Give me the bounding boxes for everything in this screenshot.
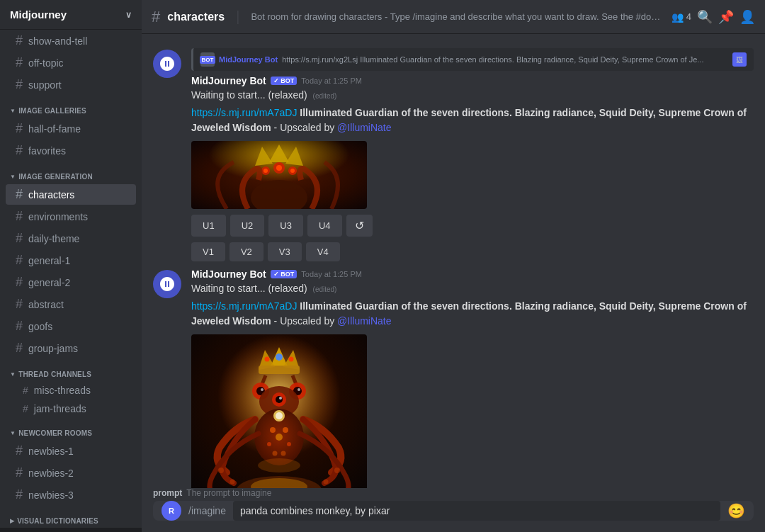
hash-icon: # [16,187,23,202]
sidebar-item-off-topic[interactable]: # off-topic [6,52,136,73]
input-box: R /imagine 😊 [153,501,754,521]
section-thread-channels[interactable]: ▼ THREAD CHANNELS [0,359,142,381]
command-prefix: /imagine [188,505,226,516]
svg-point-41 [273,451,278,456]
sidebar-item-newbies-1[interactable]: # newbies-1 [6,441,136,461]
sidebar-item-hall-of-fame[interactable]: # hall-of-fame [6,118,136,139]
mention-line: BOT MidJourney Bot https://s.mj.run/xg2L… [191,48,754,71]
sidebar-item-jam-threads[interactable]: # jam-threads [6,400,136,417]
sidebar-item-newbies-3[interactable]: # newbies-3 [6,485,136,505]
u4-button[interactable]: U4 [307,215,342,237]
ref-bot-icon: BOT [200,52,215,67]
channel-label: newbies-2 [28,468,74,479]
channel-label: general-1 [28,255,70,266]
ref-author: MidJourney Bot [219,55,278,64]
message-group-2: MidJourney Bot ✓ BOT Today at 1:25 PM Wa… [142,266,765,488]
channel-label: jam-threads [34,403,86,414]
sidebar-item-characters[interactable]: # characters [6,184,136,205]
channel-label: show-and-tell [28,35,87,47]
hash-icon: # [16,465,23,480]
pin-icon[interactable]: 📌 [718,9,734,25]
channel-label: abstract [28,299,64,310]
channel-label: support [28,79,62,91]
topbar: # characters | Bot room for drawing char… [142,0,765,34]
v2-button[interactable]: V2 [230,242,264,261]
sidebar-item-abstract[interactable]: # abstract [6,294,136,315]
message-author: MidJourney Bot [191,75,266,86]
avatar [153,50,181,78]
upscale-mention: @IllumiNate [337,122,391,133]
message-waiting-2: Waiting to start... (relaxed) (edited) [191,281,754,296]
upscale-buttons: U1 U2 U3 U4 ↺ [191,215,754,237]
sidebar-item-favorites[interactable]: # favorites [6,140,136,161]
sidebar-item-goofs[interactable]: # goofs [6,316,136,336]
svg-point-43 [218,468,224,473]
avatar [153,270,181,298]
upscale-by-2: - Upscaled by [274,315,337,327]
section-visual-dict[interactable]: ▶ VISUAL DICTIONARIES [0,506,142,528]
hash-icon: # [16,253,23,268]
section-newcomer-rooms[interactable]: ▼ NEWCOMER ROOMS [0,418,142,440]
u3-button[interactable]: U3 [268,215,303,237]
svg-rect-19 [259,366,300,374]
sidebar-item-group-jams[interactable]: # group-jams [6,338,136,358]
section-image-generation[interactable]: ▼ IMAGE GENERATION [0,162,142,183]
channel-description: Bot room for drawing characters - Type /… [251,11,664,22]
sidebar-item-general-2[interactable]: # general-2 [6,272,136,293]
message-time-2: Today at 1:25 PM [301,270,362,278]
message-content: BOT MidJourney Bot https://s.mj.run/xg2L… [191,48,754,261]
channel-label: off-topic [28,57,64,69]
search-icon[interactable]: 🔍 [697,9,713,25]
u2-button[interactable]: U2 [230,215,265,237]
hash-icon: # [16,121,23,136]
topbar-separator: | [236,9,239,25]
message-author-2: MidJourney Bot [191,268,266,280]
hash-icon: # [16,55,23,70]
v1-button[interactable]: V1 [191,242,225,261]
sidebar-item-support[interactable]: # support [6,74,136,95]
ref-text: https://s.mj.run/xg2Lsj Illuminated Guar… [282,55,703,64]
channel-label: general-2 [28,277,70,288]
v4-button[interactable]: V4 [306,242,340,261]
prompt-label-row: prompt The prompt to imagine [153,488,754,498]
u1-button[interactable]: U1 [191,215,226,237]
section-image-galleries[interactable]: ▼ IMAGE GALLERIES [0,96,142,118]
collapse-arrow-icon: ▼ [10,108,16,114]
hash-icon: # [16,231,23,246]
svg-point-44 [230,480,235,485]
image-link[interactable]: https://s.mj.run/mA7aDJ [191,107,297,118]
prompt-input[interactable] [233,501,720,521]
channel-label: favorites [28,145,66,157]
sidebar-item-misc-threads[interactable]: # misc-threads [6,382,136,399]
members-number: 4 [686,11,691,22]
message-group: BOT MidJourney Bot https://s.mj.run/xg2L… [142,45,765,264]
sidebar-item-newbies-2[interactable]: # newbies-2 [6,463,136,483]
channel-label: group-jams [28,343,78,354]
sidebar-item-general-1[interactable]: # general-1 [6,250,136,271]
upscale-mention-2: @IllumiNate [337,315,391,327]
hash-icon: # [16,487,23,502]
input-area: prompt The prompt to imagine R /imagine … [142,488,765,532]
image-link-2[interactable]: https://s.mj.run/mA7aDJ [191,300,297,312]
svg-point-34 [279,397,282,400]
ref-image-icon: 🖼 [732,52,747,67]
svg-point-46 [334,468,340,473]
sidebar-item-show-and-tell[interactable]: # show-and-tell [6,30,136,51]
hash-icon: # [16,33,23,48]
sidebar-item-daily-theme[interactable]: # daily-theme [6,228,136,249]
svg-point-8 [264,169,268,173]
user-bar: R Ring #5054 🎙 🎧 ⚙ [0,528,142,532]
v3-button[interactable]: V3 [268,242,302,261]
image-container-top[interactable] [191,141,754,209]
svg-point-22 [289,357,294,362]
svg-point-51 [258,458,300,472]
member-list-icon[interactable]: 👤 [740,9,755,25]
refresh-button[interactable]: ↺ [346,215,373,237]
emoji-button[interactable]: 😊 [727,502,745,519]
server-header[interactable]: Midjourney ∨ [0,0,142,30]
sidebar: Midjourney ∨ # show-and-tell # off-topic… [0,0,142,532]
variation-buttons: V1 V2 V3 V4 [191,242,754,261]
main-image-container[interactable] [191,334,754,488]
sidebar-item-environments[interactable]: # environments [6,206,136,227]
svg-point-10 [290,169,295,173]
